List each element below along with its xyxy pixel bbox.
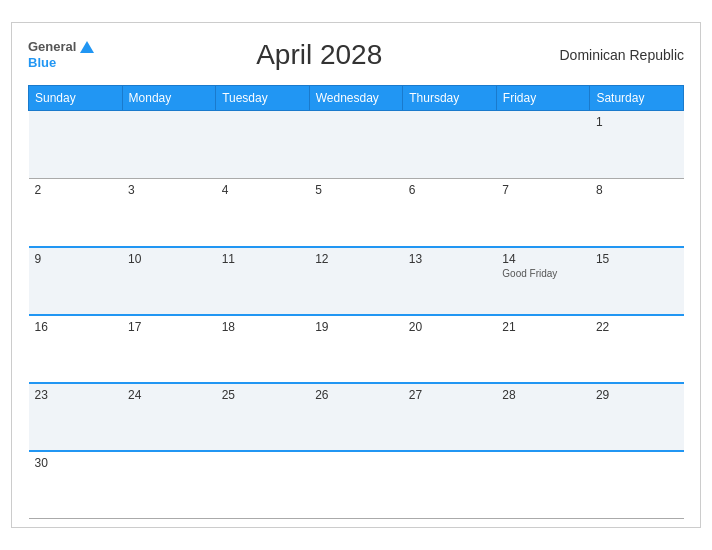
calendar-cell — [496, 451, 590, 519]
calendar-title: April 2028 — [94, 39, 544, 71]
weekday-header-tuesday: Tuesday — [216, 86, 310, 111]
logo-general-text: General — [28, 39, 76, 55]
day-number: 8 — [596, 183, 678, 197]
calendar-cell: 4 — [216, 179, 310, 247]
calendar-cell — [590, 451, 684, 519]
calendar-cell — [309, 111, 403, 179]
day-number: 5 — [315, 183, 397, 197]
day-number: 28 — [502, 388, 584, 402]
day-number: 19 — [315, 320, 397, 334]
calendar-header: General Blue April 2028 Dominican Republ… — [28, 39, 684, 71]
calendar-cell — [122, 111, 216, 179]
day-number: 6 — [409, 183, 491, 197]
calendar-cell: 20 — [403, 315, 497, 383]
day-number: 15 — [596, 252, 678, 266]
day-number: 12 — [315, 252, 397, 266]
day-number: 2 — [35, 183, 117, 197]
calendar-cell: 5 — [309, 179, 403, 247]
day-number: 11 — [222, 252, 304, 266]
day-number: 21 — [502, 320, 584, 334]
day-number: 24 — [128, 388, 210, 402]
weekday-header-wednesday: Wednesday — [309, 86, 403, 111]
weekday-header-sunday: Sunday — [29, 86, 123, 111]
weekday-header-friday: Friday — [496, 86, 590, 111]
calendar-cell: 15 — [590, 247, 684, 315]
weekday-header-thursday: Thursday — [403, 86, 497, 111]
calendar-week-row: 1 — [29, 111, 684, 179]
day-number: 20 — [409, 320, 491, 334]
calendar-cell: 3 — [122, 179, 216, 247]
calendar-cell: 14Good Friday — [496, 247, 590, 315]
day-number: 18 — [222, 320, 304, 334]
calendar-week-row: 16171819202122 — [29, 315, 684, 383]
calendar-cell: 17 — [122, 315, 216, 383]
calendar-country: Dominican Republic — [544, 47, 684, 63]
weekday-header-monday: Monday — [122, 86, 216, 111]
logo-blue-text: Blue — [28, 55, 94, 71]
calendar-cell — [29, 111, 123, 179]
day-number: 3 — [128, 183, 210, 197]
calendar-cell: 6 — [403, 179, 497, 247]
day-number: 25 — [222, 388, 304, 402]
day-number: 27 — [409, 388, 491, 402]
calendar-cell: 7 — [496, 179, 590, 247]
calendar-container: General Blue April 2028 Dominican Republ… — [11, 22, 701, 528]
day-number: 23 — [35, 388, 117, 402]
day-number: 30 — [35, 456, 117, 470]
logo: General Blue — [28, 39, 94, 70]
day-number: 17 — [128, 320, 210, 334]
calendar-cell: 22 — [590, 315, 684, 383]
day-number: 13 — [409, 252, 491, 266]
calendar-grid: SundayMondayTuesdayWednesdayThursdayFrid… — [28, 85, 684, 519]
day-number: 14 — [502, 252, 584, 266]
calendar-week-row: 91011121314Good Friday15 — [29, 247, 684, 315]
calendar-cell: 11 — [216, 247, 310, 315]
calendar-cell — [403, 451, 497, 519]
day-number: 26 — [315, 388, 397, 402]
day-number: 10 — [128, 252, 210, 266]
calendar-cell: 21 — [496, 315, 590, 383]
calendar-week-row: 2345678 — [29, 179, 684, 247]
calendar-cell: 25 — [216, 383, 310, 451]
calendar-cell: 27 — [403, 383, 497, 451]
calendar-cell: 18 — [216, 315, 310, 383]
calendar-cell: 9 — [29, 247, 123, 315]
calendar-cell: 8 — [590, 179, 684, 247]
calendar-cell: 19 — [309, 315, 403, 383]
day-number: 7 — [502, 183, 584, 197]
calendar-cell: 16 — [29, 315, 123, 383]
calendar-cell — [403, 111, 497, 179]
day-event: Good Friday — [502, 268, 584, 279]
calendar-cell — [122, 451, 216, 519]
calendar-cell — [216, 111, 310, 179]
calendar-cell — [309, 451, 403, 519]
logo-triangle-icon — [80, 41, 94, 53]
calendar-cell: 10 — [122, 247, 216, 315]
day-number: 4 — [222, 183, 304, 197]
weekday-header-saturday: Saturday — [590, 86, 684, 111]
calendar-cell — [216, 451, 310, 519]
day-number: 22 — [596, 320, 678, 334]
calendar-cell: 12 — [309, 247, 403, 315]
calendar-cell — [496, 111, 590, 179]
calendar-week-row: 30 — [29, 451, 684, 519]
calendar-cell: 24 — [122, 383, 216, 451]
calendar-cell: 30 — [29, 451, 123, 519]
calendar-cell: 28 — [496, 383, 590, 451]
calendar-cell: 2 — [29, 179, 123, 247]
calendar-cell: 23 — [29, 383, 123, 451]
weekday-header-row: SundayMondayTuesdayWednesdayThursdayFrid… — [29, 86, 684, 111]
calendar-cell: 13 — [403, 247, 497, 315]
calendar-cell: 29 — [590, 383, 684, 451]
calendar-cell: 1 — [590, 111, 684, 179]
day-number: 29 — [596, 388, 678, 402]
calendar-week-row: 23242526272829 — [29, 383, 684, 451]
day-number: 1 — [596, 115, 678, 129]
calendar-cell: 26 — [309, 383, 403, 451]
day-number: 9 — [35, 252, 117, 266]
day-number: 16 — [35, 320, 117, 334]
